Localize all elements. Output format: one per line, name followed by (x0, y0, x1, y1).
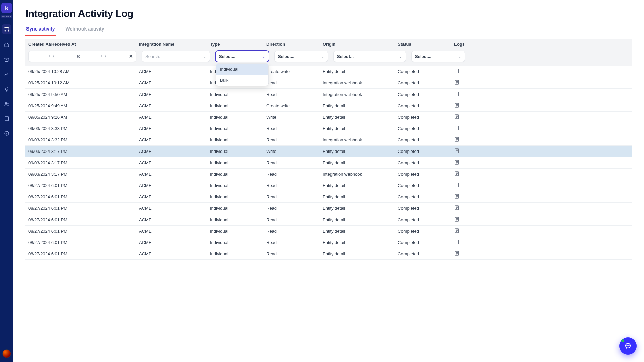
cell-origin: Entity detail (323, 126, 398, 131)
chat-widget-button[interactable] (619, 337, 637, 355)
cell-type: Individual (210, 172, 266, 177)
origin-select[interactable]: Select... ⌄ (333, 51, 406, 62)
table-body: 09/25/2024 10:28 AMACMEIndividualCreate … (25, 66, 632, 260)
type-select[interactable]: Select... ⌄ Individual Bulk (215, 51, 269, 62)
view-log-icon[interactable] (454, 217, 460, 223)
view-log-icon[interactable] (454, 205, 460, 212)
app-logo[interactable]: k (1, 3, 12, 13)
info-icon[interactable] (3, 130, 10, 137)
table-row[interactable]: 08/27/2024 6:01 PMACMEIndividualReadEnti… (25, 203, 632, 214)
date-to-label: to (77, 54, 80, 59)
tab-sync-activity[interactable]: Sync activity (25, 24, 56, 36)
view-log-icon[interactable] (454, 194, 460, 200)
table-row[interactable]: 09/25/2024 10:28 AMACMEIndividualCreate … (25, 66, 632, 77)
svg-point-2 (5, 30, 6, 31)
table-row[interactable]: 08/27/2024 6:01 PMACMEIndividualReadEnti… (25, 237, 632, 248)
date-range-filter[interactable]: --/--/---- to --/--/---- ✕ (28, 51, 136, 62)
table-row[interactable]: 08/27/2024 6:01 PMACMEIndividualReadEnti… (25, 191, 632, 203)
origin-select-placeholder: Select... (337, 54, 354, 59)
table-row[interactable]: 09/25/2024 9:50 AMACMEIndividualReadInte… (25, 89, 632, 100)
chevron-down-icon: ⌄ (203, 54, 206, 59)
cell-integration: ACME (139, 206, 210, 211)
cell-direction: Create write (266, 103, 323, 108)
date-to-input[interactable]: --/--/---- (83, 54, 126, 59)
chevron-down-icon: ⌄ (321, 54, 324, 59)
activity-table: Created At/Received At Integration Name … (25, 39, 632, 260)
cell-type: Individual (210, 251, 266, 256)
tab-webhook-activity[interactable]: Webhook activity (65, 24, 105, 36)
cell-logs (454, 239, 478, 246)
view-log-icon[interactable] (454, 228, 460, 234)
view-log-icon[interactable] (454, 68, 460, 75)
cell-status: Completed (398, 115, 454, 120)
plug-icon[interactable] (3, 85, 10, 93)
table-row[interactable]: 08/27/2024 6:01 PMACMEIndividualReadEnti… (25, 226, 632, 237)
cell-integration: ACME (139, 92, 210, 97)
date-from-input[interactable]: --/--/---- (31, 54, 74, 59)
table-row[interactable]: 08/27/2024 6:01 PMACMEIndividualReadEnti… (25, 214, 632, 226)
view-log-icon[interactable] (454, 160, 460, 166)
view-log-icon[interactable] (454, 148, 460, 155)
tabs: Sync activity Webhook activity (25, 24, 632, 36)
type-select-placeholder: Select... (219, 54, 235, 59)
cell-created: 09/25/2024 10:28 AM (28, 69, 139, 74)
table-row[interactable]: 09/25/2024 9:49 AMACMEIndividualCreate w… (25, 100, 632, 112)
integration-search-input[interactable]: Search... ⌄ (142, 51, 210, 62)
cell-status: Completed (398, 149, 454, 154)
table-row[interactable]: 08/27/2024 6:01 PMACMEIndividualReadEnti… (25, 248, 632, 260)
cell-status: Completed (398, 251, 454, 256)
view-log-icon[interactable] (454, 103, 460, 109)
type-option-bulk[interactable]: Bulk (216, 75, 268, 86)
view-log-icon[interactable] (454, 171, 460, 177)
cell-direction: Create write (266, 69, 323, 74)
users-icon[interactable] (3, 100, 10, 108)
view-log-icon[interactable] (454, 114, 460, 120)
table-row[interactable]: 09/05/2024 9:26 AMACMEIndividualWriteEnt… (25, 112, 632, 123)
table-row[interactable]: 09/03/2024 3:33 PMACMEIndividualReadEnti… (25, 123, 632, 134)
cell-logs (454, 148, 478, 155)
cell-direction: Read (266, 217, 323, 222)
building-icon[interactable] (3, 115, 10, 122)
close-icon[interactable]: ✕ (129, 54, 133, 59)
table-row[interactable]: 09/03/2024 3:32 PMACMEIndividualReadInte… (25, 134, 632, 146)
avatar[interactable] (2, 349, 11, 358)
table-row[interactable]: 09/03/2024 3:17 PMACMEIndividualReadInte… (25, 169, 632, 180)
direction-select[interactable]: Select... ⌄ (274, 51, 328, 62)
table-row[interactable]: 09/25/2024 10:12 AMACMEIndividualReadInt… (25, 77, 632, 89)
cell-direction: Write (266, 115, 323, 120)
status-select[interactable]: Select... ⌄ (411, 51, 465, 62)
type-dropdown: Individual Bulk (216, 63, 269, 86)
svg-point-29 (628, 345, 628, 346)
cell-status: Completed (398, 217, 454, 222)
view-log-icon[interactable] (454, 182, 460, 189)
cell-logs (454, 171, 478, 177)
network-icon[interactable] (2, 24, 11, 34)
cell-origin: Entity detail (323, 160, 398, 165)
col-origin: Origin (323, 42, 398, 47)
cell-logs (454, 125, 478, 132)
table-row[interactable]: 09/03/2024 3:17 PMACMEIndividualWriteEnt… (25, 146, 632, 157)
briefcase-icon[interactable] (3, 41, 10, 49)
cell-integration: ACME (139, 251, 210, 256)
cell-type: Individual (210, 149, 266, 154)
table-filters: --/--/---- to --/--/---- ✕ Search... ⌄ S… (25, 49, 632, 66)
chart-icon[interactable] (3, 71, 10, 78)
chevron-down-icon: ⌄ (458, 54, 461, 59)
table-row[interactable]: 08/27/2024 6:01 PMACMEIndividualReadEnti… (25, 180, 632, 191)
view-log-icon[interactable] (454, 91, 460, 98)
archive-icon[interactable] (3, 56, 10, 63)
cell-origin: Entity detail (323, 103, 398, 108)
view-log-icon[interactable] (454, 251, 460, 257)
cell-type: Individual (210, 240, 266, 245)
cell-type: Individual (210, 160, 266, 165)
type-option-individual[interactable]: Individual (216, 64, 268, 75)
view-log-icon[interactable] (454, 137, 460, 143)
view-log-icon[interactable] (454, 80, 460, 86)
view-log-icon[interactable] (454, 239, 460, 246)
table-row[interactable]: 09/03/2024 3:17 PMACMEIndividualReadEnti… (25, 157, 632, 169)
cell-direction: Read (266, 126, 323, 131)
cell-logs (454, 114, 478, 120)
cell-created: 09/25/2024 9:49 AM (28, 103, 139, 108)
cell-integration: ACME (139, 126, 210, 131)
view-log-icon[interactable] (454, 125, 460, 132)
